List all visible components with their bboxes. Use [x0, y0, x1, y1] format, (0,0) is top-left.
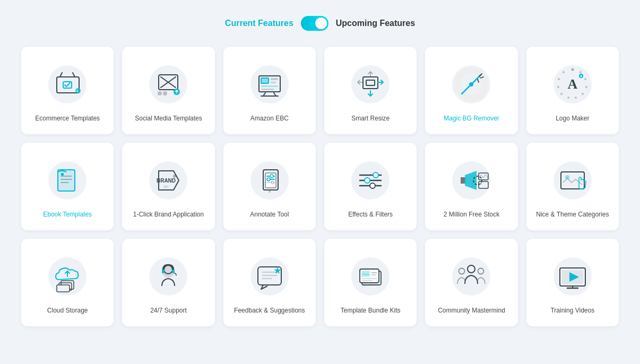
svg-point-63 [373, 172, 378, 178]
svg-rect-13 [261, 78, 269, 83]
svg-point-100 [452, 257, 490, 296]
features-grid: $ Ecommerce Templates Social Media Templ… [21, 47, 619, 326]
feature-feedback[interactable]: Feedback & Suggestions [223, 239, 316, 326]
brand-application-icon: BRAND IT! [144, 157, 192, 204]
svg-point-60 [269, 190, 271, 193]
free-stock-label: 2 Million Free Stock [444, 211, 499, 219]
training-videos-icon [549, 253, 596, 300]
annotate-tool-label: Annotate Tool [250, 211, 289, 219]
svg-point-76 [565, 175, 569, 179]
feature-magic-bg-remover[interactable]: Magic BG Remover [425, 47, 517, 134]
feature-theme-categories[interactable]: Nice & Theme Categories [526, 143, 619, 230]
feature-free-stock[interactable]: 2 Million Free Stock [425, 143, 517, 230]
svg-point-31 [575, 97, 577, 99]
logo-maker-label: Logo Maker [556, 115, 589, 123]
cloud-storage-icon [44, 253, 91, 300]
svg-point-27 [580, 71, 582, 73]
toggle-switch[interactable] [301, 16, 328, 31]
feature-social-media-templates[interactable]: Social Media Templates [122, 47, 214, 134]
svg-point-11 [250, 65, 289, 103]
feature-toggle-row: Current Features Upcoming Features [225, 16, 415, 31]
svg-point-36 [563, 71, 565, 73]
svg-point-19 [351, 65, 390, 103]
feature-amazon-ebc[interactable]: Amazon EBC [223, 47, 316, 134]
svg-rect-15 [271, 78, 278, 80]
ecommerce-templates-icon: $ [44, 60, 91, 108]
svg-text:A: A [567, 76, 577, 92]
ecommerce-templates-label: Ecommerce Templates [35, 115, 100, 123]
feature-annotate-tool[interactable]: Annotate Tool [223, 143, 316, 230]
svg-point-0 [48, 65, 87, 103]
svg-rect-17 [261, 85, 278, 87]
svg-point-59 [271, 181, 274, 184]
annotate-tool-icon [246, 157, 293, 204]
svg-rect-46 [61, 173, 64, 176]
feature-ebook-templates[interactable]: Ebook Templates [21, 143, 114, 230]
svg-rect-95 [362, 271, 369, 276]
svg-point-86 [250, 257, 289, 296]
logo-maker-icon: A ✦ [549, 60, 596, 108]
amazon-ebc-label: Amazon EBC [250, 115, 289, 123]
feature-support[interactable]: 24/7 Support [122, 239, 214, 326]
svg-point-10 [163, 91, 167, 96]
feature-brand-application[interactable]: BRAND IT! 1-Click Brand Application [122, 143, 214, 230]
svg-point-33 [560, 93, 563, 95]
svg-point-35 [558, 78, 560, 80]
svg-rect-41 [58, 170, 75, 191]
feature-smart-resize[interactable]: Smart Resize [324, 47, 417, 134]
svg-point-26 [571, 68, 574, 71]
svg-point-65 [365, 178, 370, 183]
smart-resize-icon [347, 60, 394, 108]
feedback-label: Feedback & Suggestions [234, 307, 305, 315]
feature-cloud-storage[interactable]: Cloud Storage [21, 239, 114, 326]
magic-bg-remover-label: Magic BG Remover [444, 115, 499, 123]
svg-point-34 [557, 86, 559, 88]
feature-template-bundle[interactable]: Template Bundle Kits [324, 239, 417, 326]
svg-text:IT!: IT! [164, 185, 168, 189]
svg-point-24 [469, 82, 473, 86]
feedback-icon [246, 253, 293, 300]
ebook-templates-icon [44, 157, 91, 204]
theme-categories-label: Nice & Theme Categories [536, 211, 609, 219]
theme-categories-icon [549, 157, 596, 204]
svg-point-28 [584, 78, 586, 80]
free-stock-icon [447, 157, 495, 204]
svg-rect-85 [172, 270, 175, 273]
svg-point-72 [480, 183, 482, 185]
feature-effects-filters[interactable]: Effects & Filters [324, 143, 417, 230]
svg-text:BRAND: BRAND [157, 178, 176, 184]
svg-rect-16 [271, 82, 276, 83]
feature-logo-maker[interactable]: A ✦ Logo Maker [526, 47, 619, 134]
svg-rect-80 [57, 285, 70, 292]
community-icon [447, 253, 495, 300]
feature-training-videos[interactable]: Training Videos [526, 239, 619, 326]
ebook-templates-label: Ebook Templates [43, 211, 92, 219]
social-media-templates-label: Social Media Templates [135, 115, 202, 123]
cloud-storage-label: Cloud Storage [47, 307, 88, 315]
svg-rect-18 [261, 89, 274, 90]
smart-resize-label: Smart Resize [351, 115, 390, 123]
feature-ecommerce-templates[interactable]: $ Ecommerce Templates [21, 47, 114, 134]
current-features-label: Current Features [225, 19, 293, 28]
effects-filters-icon [347, 157, 394, 204]
template-bundle-icon [347, 253, 394, 300]
effects-filters-label: Effects & Filters [348, 211, 393, 219]
svg-point-30 [582, 93, 584, 95]
brand-application-label: 1-Click Brand Application [133, 211, 204, 219]
magic-bg-remover-icon [447, 60, 495, 108]
svg-rect-84 [162, 270, 165, 273]
training-videos-label: Training Videos [550, 307, 594, 315]
svg-point-32 [567, 97, 569, 99]
template-bundle-label: Template Bundle Kits [341, 307, 401, 315]
svg-text:✦: ✦ [580, 74, 583, 78]
upcoming-features-label: Upcoming Features [336, 19, 415, 28]
support-label: 24/7 Support [150, 307, 187, 315]
support-icon [144, 253, 192, 300]
amazon-ebc-icon [246, 60, 293, 108]
social-media-templates-icon [144, 60, 192, 108]
svg-point-57 [267, 178, 270, 181]
feature-community[interactable]: Community Mastermind [425, 239, 517, 326]
svg-point-55 [270, 175, 273, 178]
svg-point-29 [585, 86, 587, 88]
svg-point-9 [158, 91, 162, 96]
